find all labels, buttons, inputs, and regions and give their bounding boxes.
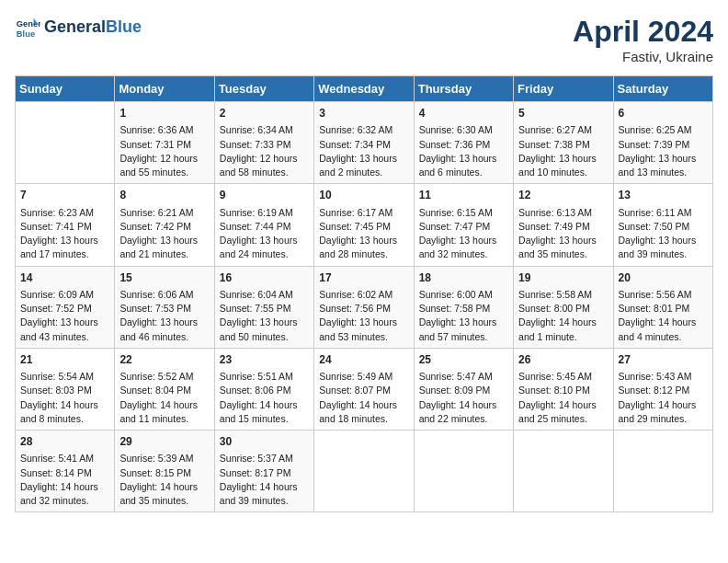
- day-info: Sunrise: 6:34 AMSunset: 7:33 PMDaylight:…: [220, 123, 309, 179]
- logo-icon: General Blue: [15, 15, 40, 40]
- day-number: 3: [319, 106, 408, 121]
- day-info: Sunrise: 5:52 AMSunset: 8:04 PMDaylight:…: [119, 370, 209, 426]
- day-cell: 21Sunrise: 5:54 AMSunset: 8:03 PMDayligh…: [16, 348, 115, 430]
- day-info: Sunrise: 5:56 AMSunset: 8:01 PMDaylight:…: [619, 288, 708, 344]
- day-info: Sunrise: 6:04 AMSunset: 7:55 PMDaylight:…: [220, 288, 309, 344]
- col-header-monday: Monday: [115, 76, 214, 102]
- day-info: Sunrise: 5:47 AMSunset: 8:09 PMDaylight:…: [419, 370, 508, 426]
- week-row-4: 21Sunrise: 5:54 AMSunset: 8:03 PMDayligh…: [16, 348, 713, 430]
- day-number: 16: [220, 270, 309, 286]
- day-cell: 5Sunrise: 6:27 AMSunset: 7:38 PMDaylight…: [514, 102, 613, 184]
- day-cell: [514, 431, 613, 512]
- day-cell: 12Sunrise: 6:13 AMSunset: 7:49 PMDayligh…: [514, 184, 613, 266]
- day-number: 12: [518, 188, 608, 203]
- day-number: 4: [419, 106, 508, 121]
- day-number: 13: [619, 188, 708, 203]
- day-number: 30: [220, 434, 309, 450]
- day-info: Sunrise: 5:54 AMSunset: 8:03 PMDaylight:…: [20, 370, 109, 426]
- day-cell: 11Sunrise: 6:15 AMSunset: 7:47 PMDayligh…: [414, 184, 513, 266]
- day-number: 17: [319, 270, 408, 286]
- day-info: Sunrise: 6:25 AMSunset: 7:39 PMDaylight:…: [619, 123, 708, 179]
- calendar-table: SundayMondayTuesdayWednesdayThursdayFrid…: [15, 75, 713, 512]
- day-cell: 10Sunrise: 6:17 AMSunset: 7:45 PMDayligh…: [314, 184, 414, 266]
- day-cell: 1Sunrise: 6:36 AMSunset: 7:31 PMDaylight…: [115, 102, 214, 184]
- day-info: Sunrise: 6:32 AMSunset: 7:34 PMDaylight:…: [319, 123, 408, 179]
- day-info: Sunrise: 6:21 AMSunset: 7:42 PMDaylight:…: [119, 206, 209, 262]
- day-number: 6: [619, 106, 708, 121]
- day-info: Sunrise: 5:45 AMSunset: 8:10 PMDaylight:…: [518, 370, 608, 426]
- day-number: 15: [119, 270, 209, 286]
- day-number: 14: [20, 270, 109, 286]
- day-number: 20: [619, 270, 708, 286]
- month-title: April 2024: [573, 15, 713, 49]
- day-cell: 3Sunrise: 6:32 AMSunset: 7:34 PMDaylight…: [314, 102, 414, 184]
- col-header-sunday: Sunday: [16, 76, 115, 102]
- col-header-tuesday: Tuesday: [214, 76, 313, 102]
- day-number: 25: [419, 352, 508, 368]
- day-info: Sunrise: 5:37 AMSunset: 8:17 PMDaylight:…: [220, 452, 309, 508]
- day-number: 22: [119, 352, 209, 368]
- day-cell: [613, 431, 712, 512]
- day-cell: 7Sunrise: 6:23 AMSunset: 7:41 PMDaylight…: [16, 184, 115, 266]
- day-info: Sunrise: 6:09 AMSunset: 7:52 PMDaylight:…: [20, 288, 109, 344]
- col-header-friday: Friday: [514, 76, 613, 102]
- day-info: Sunrise: 6:15 AMSunset: 7:47 PMDaylight:…: [419, 206, 508, 262]
- day-cell: 14Sunrise: 6:09 AMSunset: 7:52 PMDayligh…: [16, 266, 115, 348]
- day-info: Sunrise: 5:41 AMSunset: 8:14 PMDaylight:…: [20, 452, 109, 508]
- day-cell: 28Sunrise: 5:41 AMSunset: 8:14 PMDayligh…: [16, 431, 115, 512]
- day-info: Sunrise: 6:30 AMSunset: 7:36 PMDaylight:…: [419, 123, 508, 179]
- day-info: Sunrise: 6:27 AMSunset: 7:38 PMDaylight:…: [518, 123, 608, 179]
- day-info: Sunrise: 5:51 AMSunset: 8:06 PMDaylight:…: [220, 370, 309, 426]
- day-cell: 27Sunrise: 5:43 AMSunset: 8:12 PMDayligh…: [613, 348, 712, 430]
- week-row-5: 28Sunrise: 5:41 AMSunset: 8:14 PMDayligh…: [16, 431, 713, 512]
- day-info: Sunrise: 6:36 AMSunset: 7:31 PMDaylight:…: [119, 123, 209, 179]
- day-cell: [414, 431, 513, 512]
- day-cell: 17Sunrise: 6:02 AMSunset: 7:56 PMDayligh…: [314, 266, 414, 348]
- col-header-wednesday: Wednesday: [314, 76, 414, 102]
- day-info: Sunrise: 5:39 AMSunset: 8:15 PMDaylight:…: [119, 452, 209, 508]
- day-number: 18: [419, 270, 508, 286]
- day-info: Sunrise: 6:00 AMSunset: 7:58 PMDaylight:…: [419, 288, 508, 344]
- page-header: General Blue GeneralBlue April 2024 Fast…: [15, 15, 713, 64]
- logo: General Blue GeneralBlue: [15, 15, 142, 40]
- day-info: Sunrise: 6:17 AMSunset: 7:45 PMDaylight:…: [319, 206, 408, 262]
- day-cell: 19Sunrise: 5:58 AMSunset: 8:00 PMDayligh…: [514, 266, 613, 348]
- day-cell: 8Sunrise: 6:21 AMSunset: 7:42 PMDaylight…: [115, 184, 214, 266]
- week-row-1: 1Sunrise: 6:36 AMSunset: 7:31 PMDaylight…: [16, 102, 713, 184]
- day-cell: 16Sunrise: 6:04 AMSunset: 7:55 PMDayligh…: [214, 266, 313, 348]
- day-info: Sunrise: 5:49 AMSunset: 8:07 PMDaylight:…: [319, 370, 408, 426]
- day-cell: 18Sunrise: 6:00 AMSunset: 7:58 PMDayligh…: [414, 266, 513, 348]
- day-number: 11: [419, 188, 508, 203]
- day-cell: 29Sunrise: 5:39 AMSunset: 8:15 PMDayligh…: [115, 431, 214, 512]
- day-number: 29: [119, 434, 209, 450]
- day-number: 10: [319, 188, 408, 203]
- day-number: 23: [220, 352, 309, 368]
- day-cell: 6Sunrise: 6:25 AMSunset: 7:39 PMDaylight…: [613, 102, 712, 184]
- day-info: Sunrise: 6:02 AMSunset: 7:56 PMDaylight:…: [319, 288, 408, 344]
- day-cell: 2Sunrise: 6:34 AMSunset: 7:33 PMDaylight…: [214, 102, 313, 184]
- day-cell: 23Sunrise: 5:51 AMSunset: 8:06 PMDayligh…: [214, 348, 313, 430]
- day-info: Sunrise: 6:19 AMSunset: 7:44 PMDaylight:…: [220, 206, 309, 262]
- day-cell: 30Sunrise: 5:37 AMSunset: 8:17 PMDayligh…: [214, 431, 313, 512]
- day-number: 24: [319, 352, 408, 368]
- day-number: 21: [20, 352, 109, 368]
- day-info: Sunrise: 6:06 AMSunset: 7:53 PMDaylight:…: [119, 288, 209, 344]
- header-row: SundayMondayTuesdayWednesdayThursdayFrid…: [16, 76, 713, 102]
- col-header-saturday: Saturday: [613, 76, 712, 102]
- day-cell: 13Sunrise: 6:11 AMSunset: 7:50 PMDayligh…: [613, 184, 712, 266]
- day-info: Sunrise: 6:13 AMSunset: 7:49 PMDaylight:…: [518, 206, 608, 262]
- day-cell: 26Sunrise: 5:45 AMSunset: 8:10 PMDayligh…: [514, 348, 613, 430]
- day-info: Sunrise: 5:58 AMSunset: 8:00 PMDaylight:…: [518, 288, 608, 344]
- day-info: Sunrise: 5:43 AMSunset: 8:12 PMDaylight:…: [619, 370, 708, 426]
- day-cell: [16, 102, 115, 184]
- day-number: 9: [220, 188, 309, 203]
- day-cell: 24Sunrise: 5:49 AMSunset: 8:07 PMDayligh…: [314, 348, 414, 430]
- day-number: 27: [619, 352, 708, 368]
- day-number: 1: [119, 106, 209, 121]
- location-subtitle: Fastiv, Ukraine: [573, 49, 713, 64]
- col-header-thursday: Thursday: [414, 76, 513, 102]
- day-info: Sunrise: 6:23 AMSunset: 7:41 PMDaylight:…: [20, 206, 109, 262]
- week-row-3: 14Sunrise: 6:09 AMSunset: 7:52 PMDayligh…: [16, 266, 713, 348]
- day-number: 19: [518, 270, 608, 286]
- week-row-2: 7Sunrise: 6:23 AMSunset: 7:41 PMDaylight…: [16, 184, 713, 266]
